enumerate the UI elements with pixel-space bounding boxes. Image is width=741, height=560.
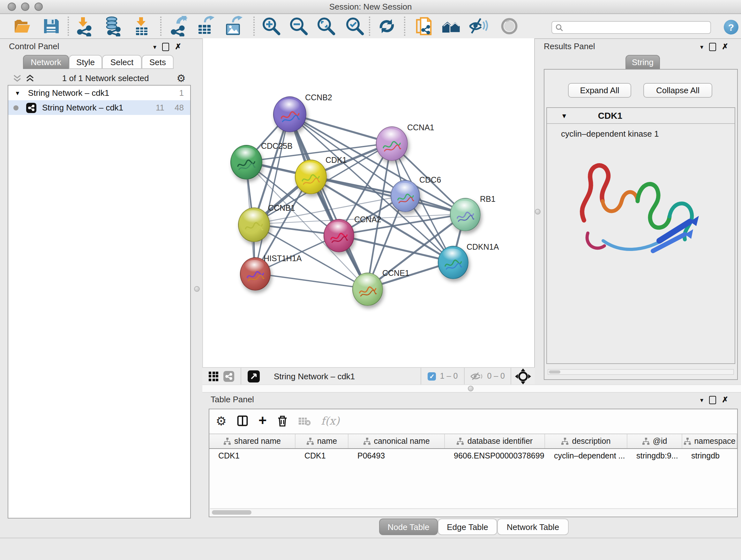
panel-close-icon[interactable]: ✗ (722, 395, 728, 404)
table-cell[interactable]: CDK1 (295, 449, 348, 463)
table-tab-edge-table[interactable]: Edge Table (438, 518, 497, 535)
network-node-CCNA1[interactable] (376, 126, 408, 161)
column-header-name[interactable]: name (295, 434, 348, 448)
network-canvas[interactable]: CCNB2CCNA1CDC25BCDK1CDC6RB1CCNB1CCNA2CDK… (202, 38, 535, 367)
network-row[interactable]: String Network – cdk1 11 48 (8, 100, 190, 115)
network-node-label: HIST1H1A (264, 254, 302, 263)
application-window: Session: New Session (0, 0, 741, 560)
control-panel-tab-network[interactable]: Network (23, 55, 69, 69)
zoom-in-icon[interactable] (261, 16, 281, 37)
network-overview-icon[interactable] (223, 371, 234, 381)
import-table-icon[interactable] (131, 16, 152, 37)
export-table-icon[interactable] (195, 16, 215, 37)
delete-table-icon[interactable] (298, 416, 311, 426)
panel-menu-icon[interactable]: ▾ (700, 43, 703, 50)
gene-description: cyclin–dependent kinase 1 (561, 129, 735, 138)
add-column-icon[interactable]: + (259, 415, 267, 427)
hide-panels-icon[interactable] (468, 16, 488, 37)
import-network-icon[interactable] (75, 16, 95, 37)
collapse-all-icon[interactable] (13, 74, 22, 82)
splitter-handle[interactable] (468, 386, 474, 391)
zoom-fit-content-icon[interactable] (316, 16, 336, 37)
panel-float-icon[interactable] (709, 43, 716, 51)
disclosure-triangle-icon[interactable]: ▼ (561, 112, 567, 119)
refresh-icon[interactable] (377, 16, 397, 37)
network-label: String Network – cdk1 (42, 103, 156, 112)
table-cell[interactable]: CDK1 (209, 449, 295, 463)
network-node-CDC6[interactable] (391, 180, 420, 212)
show-all-panels-icon[interactable] (441, 16, 461, 37)
gene-section-header[interactable]: ▼ CDK1 (547, 108, 735, 124)
network-node-CCNB2[interactable] (273, 97, 307, 132)
table-row[interactable]: CDK1CDK1P064939606.ENSP00000378699cyclin… (209, 449, 737, 463)
show-panel-icon[interactable] (499, 16, 520, 37)
network-node-CDC25B[interactable] (230, 145, 262, 179)
column-header--id[interactable]: @id (627, 434, 682, 448)
show-columns-icon[interactable] (237, 415, 248, 427)
panel-float-icon[interactable] (162, 43, 169, 51)
network-collection-count: 1 (179, 88, 184, 98)
table-cell[interactable]: stringdb:9... (627, 449, 682, 463)
table-cell[interactable]: P06493 (348, 449, 445, 463)
network-node-RB1[interactable] (450, 198, 481, 231)
export-image-icon[interactable] (223, 16, 244, 37)
table-scrollbar-thumb[interactable] (212, 510, 252, 515)
network-node-label: CCNE1 (382, 269, 409, 278)
expand-all-icon[interactable] (25, 74, 35, 82)
column-header-shared-name[interactable]: shared name (209, 434, 295, 448)
results-scrollbar-thumb[interactable] (549, 370, 560, 374)
table-tab-node-table[interactable]: Node Table (379, 518, 438, 535)
panel-float-icon[interactable] (709, 395, 716, 404)
import-network-from-database-icon[interactable] (104, 16, 124, 37)
panel-close-icon[interactable]: ✗ (175, 42, 181, 51)
gear-icon[interactable]: ⚙ (177, 73, 186, 83)
open-session-icon[interactable] (12, 16, 32, 37)
network-node-CCNB1[interactable] (238, 207, 270, 242)
table-cell[interactable]: stringdb (682, 449, 737, 463)
network-node-CCNE1[interactable] (352, 273, 383, 306)
table-scrollbar[interactable] (210, 508, 737, 516)
control-panel-tab-select[interactable]: Select (102, 55, 142, 69)
disclosure-triangle-icon[interactable]: ▼ (15, 90, 20, 96)
pan-crosshair-icon[interactable] (515, 368, 531, 384)
table-cell[interactable]: 9606.ENSP00000378699 (445, 449, 545, 463)
expand-all-button[interactable]: Expand All (568, 83, 631, 98)
column-header-database-identifier[interactable]: database identifier (445, 434, 545, 448)
results-scrollbar[interactable] (548, 369, 734, 375)
function-builder-icon[interactable]: f(x) (321, 415, 340, 427)
control-panel-tab-style[interactable]: Style (69, 55, 102, 69)
collapse-all-button[interactable]: Collapse All (643, 83, 712, 98)
table-settings-icon[interactable]: ⚙ (216, 415, 226, 427)
right-divider-handle[interactable] (535, 209, 541, 214)
panel-close-icon[interactable]: ✗ (722, 42, 728, 51)
help-icon[interactable]: ? (724, 20, 738, 35)
column-header-namespace[interactable]: namespace (682, 434, 737, 448)
open-in-new-window-icon[interactable] (248, 370, 260, 382)
delete-column-icon[interactable] (277, 415, 288, 427)
network-node-CCNA2[interactable] (324, 219, 354, 252)
panel-menu-icon[interactable]: ▾ (153, 43, 156, 50)
table-tab-network-table[interactable]: Network Table (497, 518, 569, 535)
column-header-canonical-name[interactable]: canonical name (348, 434, 445, 448)
export-network-icon[interactable] (169, 16, 189, 37)
zoom-selected-icon[interactable] (345, 16, 365, 37)
results-panel-tab-string[interactable]: String (625, 55, 660, 69)
zoom-out-icon[interactable] (288, 16, 309, 37)
network-node-CDK1[interactable] (295, 160, 327, 194)
network-node-CDKN1A[interactable] (438, 246, 468, 279)
network-node-label: CDC6 (419, 176, 441, 185)
left-divider-handle[interactable] (194, 286, 200, 292)
network-collection-row[interactable]: ▼ String Network – cdk1 1 (8, 85, 190, 100)
selected-nodes-checkbox[interactable]: ✓ (428, 372, 436, 380)
panel-menu-icon[interactable]: ▾ (700, 396, 703, 403)
network-node-label: RB1 (480, 195, 495, 204)
copy-network-icon[interactable] (414, 16, 434, 37)
column-header-description[interactable]: description (545, 434, 627, 448)
status-bar: ☁ Memory (0, 538, 741, 560)
save-session-icon[interactable] (41, 16, 61, 37)
search-box[interactable] (551, 21, 711, 34)
birds-eye-view-icon[interactable] (209, 371, 218, 381)
search-input[interactable] (563, 22, 711, 33)
table-cell[interactable]: cyclin–dependent ... (545, 449, 627, 463)
control-panel-tab-sets[interactable]: Sets (142, 55, 174, 69)
